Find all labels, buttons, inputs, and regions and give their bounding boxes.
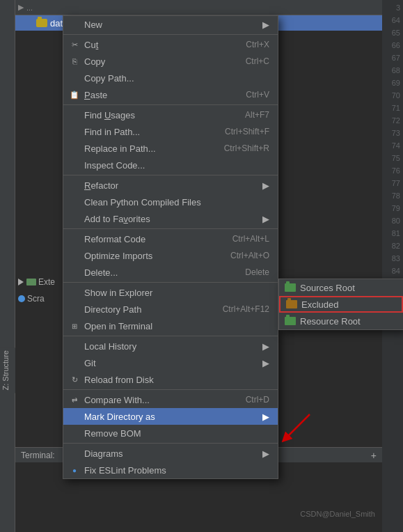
replace-in-path-shortcut: Ctrl+Shift+R (210, 143, 269, 153)
reformat-shortcut: Ctrl+Alt+L (219, 234, 269, 244)
separator-1 (63, 34, 278, 35)
menu-item-delete[interactable]: Delete... Delete (63, 264, 278, 281)
submenu-item-excluded[interactable]: Excluded (279, 296, 403, 313)
menu-item-reformat-label: Reformat Code (84, 234, 145, 244)
paste-shortcut: Ctrl+V (232, 90, 269, 100)
menu-item-diagrams[interactable]: Diagrams ▶ (63, 445, 278, 462)
context-menu: New ▶ ✂ Cut Ctrl+X ⎘ Copy Ctrl+C Copy Pa… (63, 15, 278, 479)
menu-item-clean-python[interactable]: Clean Python Compiled Files (63, 194, 278, 210)
optimize-imports-shortcut: Ctrl+Alt+O (216, 251, 269, 260)
red-arrow-indicator (271, 411, 313, 453)
menu-item-remove-bom[interactable]: Remove BOM (63, 425, 278, 441)
menu-item-find-in-path[interactable]: Find in Path... Ctrl+Shift+F (63, 123, 278, 140)
line-numbers: 3 64 65 66 67 68 69 70 71 72 73 74 75 76… (382, 0, 403, 532)
menu-item-replace-in-path-label: Replace in Path... (84, 143, 156, 154)
sources-root-folder-icon (285, 283, 296, 292)
submenu-item-sources-root[interactable]: Sources Root (279, 279, 403, 296)
svg-line-1 (285, 414, 310, 439)
submenu-excluded-label: Excluded (301, 299, 338, 310)
menu-item-compare[interactable]: ⇄ Compare With... Ctrl+D (63, 391, 278, 408)
menu-item-cut-label: Cut (84, 40, 98, 50)
menu-item-show-explorer[interactable]: Show in Explorer (63, 284, 278, 301)
mark-directory-arrow-icon: ▶ (262, 412, 269, 422)
mark-directory-submenu: Sources Root Excluded Resource Root (278, 279, 403, 330)
menu-item-paste[interactable]: 📋 Paste Ctrl+V (63, 86, 278, 103)
menu-item-diagrams-label: Diagrams (84, 448, 123, 459)
copy-icon: ⎘ (69, 57, 80, 65)
menu-item-reload[interactable]: ↻ Reload from Disk (63, 371, 278, 388)
menu-item-remove-bom-label: Remove BOM (84, 428, 141, 439)
excluded-folder-icon (286, 300, 297, 308)
reload-icon: ↻ (69, 375, 80, 384)
compare-shortcut: Ctrl+D (232, 395, 269, 405)
refactor-arrow-icon: ▶ (262, 180, 269, 191)
expand-icon[interactable] (18, 279, 24, 285)
arrow-icon: ▶ (262, 19, 269, 30)
menu-item-paste-label: Paste (84, 90, 107, 100)
submenu-item-resource-root[interactable]: Resource Root (279, 313, 403, 329)
menu-item-optimize-imports-label: Optimize Imports (84, 251, 152, 261)
menu-item-fix-eslint[interactable]: ● Fix ESLint Problems (63, 462, 278, 478)
find-in-path-shortcut: Ctrl+Shift+F (211, 127, 269, 136)
exte-label: Exte (38, 277, 55, 287)
folder-icon (36, 19, 47, 27)
menu-item-copy-path-label: Copy Path... (84, 73, 134, 84)
menu-item-fix-eslint-label: Fix ESLint Problems (84, 465, 166, 476)
separator-8 (63, 443, 278, 444)
separator-2 (63, 104, 278, 105)
menu-item-new-label: New (84, 19, 102, 30)
menu-item-mark-directory-label: Mark Directory as (84, 412, 155, 422)
watermark: CSDN@Daniel_Smith (300, 510, 375, 518)
menu-item-cut[interactable]: ✂ Cut Ctrl+X (63, 36, 278, 53)
menu-item-inspect-code[interactable]: Inspect Code... (63, 157, 278, 173)
file-tree-header: ▶ ... (15, 0, 382, 15)
menu-item-refactor-label: Refactor (84, 180, 118, 191)
structure-label: Z: Structure (0, 347, 15, 393)
separator-5 (63, 282, 278, 283)
copy-shortcut: Ctrl+C (232, 56, 269, 66)
submenu-resource-root-label: Resource Root (300, 316, 361, 327)
delete-shortcut: Delete (231, 267, 269, 277)
terminal-label: Terminal: (21, 451, 55, 460)
compare-icon: ⇄ (69, 396, 80, 404)
separator-6 (63, 336, 278, 336)
menu-item-local-history[interactable]: Local History ▶ (63, 338, 278, 354)
menu-item-directory-path[interactable]: Directory Path Ctrl+Alt+F12 (63, 301, 278, 318)
find-usages-shortcut: Alt+F7 (231, 110, 269, 120)
menu-item-new[interactable]: New ▶ (63, 16, 278, 33)
eslint-icon: ● (69, 467, 80, 474)
git-arrow-icon: ▶ (262, 358, 269, 368)
menu-item-find-usages[interactable]: Find Usages Alt+F7 (63, 107, 278, 123)
menu-item-reformat[interactable]: Reformat Code Ctrl+Alt+L (63, 230, 278, 247)
scratch-icon (18, 295, 25, 302)
menu-item-copy-path[interactable]: Copy Path... (63, 70, 278, 86)
separator-3 (63, 175, 278, 175)
chart-icon (26, 279, 36, 285)
menu-item-clean-python-label: Clean Python Compiled Files (84, 197, 201, 208)
menu-item-show-explorer-label: Show in Explorer (84, 288, 152, 298)
menu-item-find-in-path-label: Find in Path... (84, 127, 140, 137)
menu-item-copy[interactable]: ⎘ Copy Ctrl+C (63, 53, 278, 70)
paste-icon: 📋 (69, 91, 80, 100)
menu-item-refactor[interactable]: Refactor ▶ (63, 177, 278, 194)
menu-item-reload-label: Reload from Disk (84, 375, 154, 385)
menu-item-git[interactable]: Git ▶ (63, 354, 278, 371)
cut-icon: ✂ (69, 40, 80, 49)
menu-item-replace-in-path[interactable]: Replace in Path... Ctrl+Shift+R (63, 140, 278, 157)
menu-item-mark-directory[interactable]: Mark Directory as ▶ (63, 408, 278, 425)
menu-item-local-history-label: Local History (84, 341, 136, 352)
header-title: ... (26, 3, 33, 12)
menu-item-copy-label: Copy (84, 56, 105, 67)
menu-item-git-label: Git (84, 358, 96, 368)
favorites-arrow-icon: ▶ (262, 214, 269, 224)
menu-item-open-terminal[interactable]: ⊞ Open in Terminal (63, 318, 278, 334)
menu-item-inspect-code-label: Inspect Code... (84, 160, 145, 171)
cut-shortcut: Ctrl+X (232, 40, 269, 49)
menu-item-optimize-imports[interactable]: Optimize Imports Ctrl+Alt+O (63, 247, 278, 264)
resource-root-folder-icon (285, 317, 296, 325)
terminal-plus-button[interactable]: + (371, 450, 377, 461)
directory-path-shortcut: Ctrl+Alt+F12 (209, 304, 269, 314)
menu-item-find-usages-label: Find Usages (84, 110, 135, 120)
local-history-arrow-icon: ▶ (262, 341, 269, 352)
menu-item-add-favorites[interactable]: Add to Favorites ▶ (63, 210, 278, 227)
